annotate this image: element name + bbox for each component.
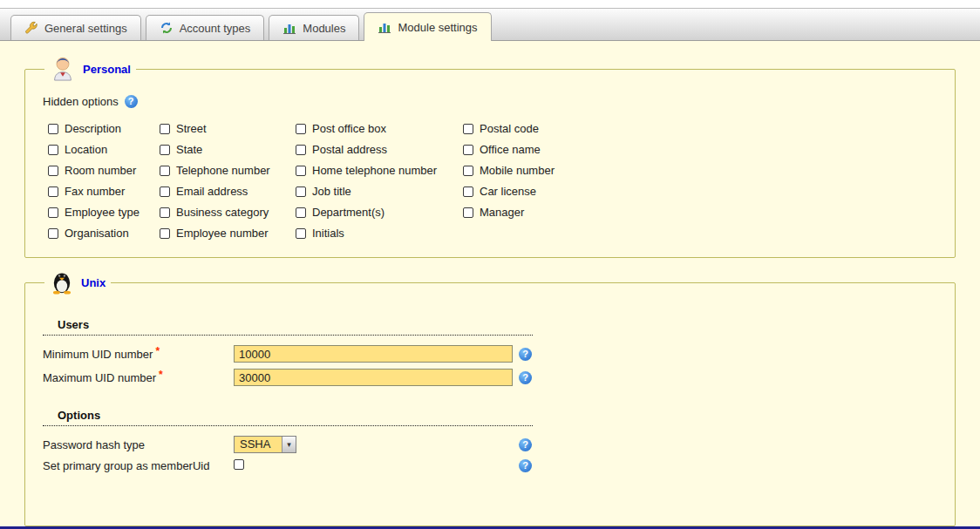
checkbox-option[interactable]: Email address xyxy=(160,185,296,198)
checkbox-label: Business category xyxy=(176,206,269,219)
checkbox[interactable] xyxy=(48,187,58,197)
checkbox[interactable] xyxy=(160,166,170,176)
checkbox[interactable] xyxy=(160,187,170,197)
checkbox-option[interactable]: Home telephone number xyxy=(296,164,463,177)
chevron-down-icon: ▾ xyxy=(282,437,296,452)
checkbox[interactable] xyxy=(296,124,306,134)
checkbox[interactable] xyxy=(296,166,306,176)
unix-title: Unix xyxy=(81,276,105,289)
checkbox-option[interactable]: Employee type xyxy=(48,206,160,219)
help-icon[interactable]: ? xyxy=(519,438,532,451)
lam-settings-page: General settings Account types xyxy=(0,0,980,529)
checkbox[interactable] xyxy=(463,145,473,155)
checkbox[interactable] xyxy=(48,166,58,176)
checkbox-option[interactable]: Fax number xyxy=(48,185,160,198)
checkbox-label: Post office box xyxy=(312,122,386,135)
help-icon[interactable]: ? xyxy=(125,95,138,108)
checkbox-option[interactable]: Manager xyxy=(463,206,937,219)
min-uid-row: Minimum UID number* ? xyxy=(43,345,937,363)
checkbox-option[interactable]: Description xyxy=(48,122,160,135)
checkbox-label: Employee type xyxy=(65,206,140,219)
minimum-uid-input[interactable] xyxy=(234,345,513,363)
checkbox-option[interactable]: Organisation xyxy=(48,227,160,240)
checkbox-label: Car license xyxy=(480,185,536,198)
tab-account-types[interactable]: Account types xyxy=(146,15,265,40)
help-icon[interactable]: ? xyxy=(519,371,532,384)
checkbox-option[interactable]: Telephone number xyxy=(160,164,296,177)
checkbox-option[interactable]: Post office box xyxy=(296,122,463,135)
checkbox-option[interactable]: Initials xyxy=(296,227,463,240)
checkbox-label: Telephone number xyxy=(176,164,270,177)
member-uid-row: Set primary group as memberUid ? xyxy=(43,459,937,472)
checkbox[interactable] xyxy=(296,207,306,218)
help-icon[interactable]: ? xyxy=(519,348,532,361)
max-uid-row: Maximum UID number* ? xyxy=(43,369,937,386)
tux-penguin-icon xyxy=(50,268,74,297)
password-hash-select[interactable]: SSHA ▾ xyxy=(234,436,296,453)
checkbox[interactable] xyxy=(296,228,306,239)
hidden-options-label: Hidden options xyxy=(43,95,119,108)
checkbox[interactable] xyxy=(48,207,58,218)
maximum-uid-input[interactable] xyxy=(234,369,513,386)
checkbox[interactable] xyxy=(48,228,58,239)
checkbox[interactable] xyxy=(296,145,306,155)
checkbox[interactable] xyxy=(296,187,306,197)
checkbox-option[interactable]: State xyxy=(160,143,296,156)
options-section-header: Options xyxy=(43,409,533,426)
help-icon[interactable]: ? xyxy=(519,459,532,472)
checkbox-label: Department(s) xyxy=(312,206,385,219)
checkbox-label: Fax number xyxy=(65,185,125,198)
checkbox-label: Office name xyxy=(480,143,541,156)
checkbox-label: Job title xyxy=(312,185,351,198)
checkbox-option[interactable]: Office name xyxy=(463,143,937,156)
hidden-options-grid: Description Street Post office box Posta… xyxy=(48,122,937,240)
checkbox-option[interactable]: Employee number xyxy=(160,227,296,240)
checkbox-label: Description xyxy=(65,122,121,135)
max-uid-cell xyxy=(234,369,519,386)
checkbox-label: Manager xyxy=(480,206,524,219)
checkbox-label: Room number xyxy=(65,164,136,177)
member-uid-checkbox[interactable] xyxy=(234,459,244,470)
checkbox[interactable] xyxy=(160,145,170,155)
checkbox[interactable] xyxy=(48,145,58,155)
checkbox[interactable] xyxy=(160,207,170,218)
checkbox-option[interactable]: Business category xyxy=(160,206,296,219)
min-uid-label: Minimum UID number* xyxy=(43,348,234,361)
module-settings-icon xyxy=(378,20,391,34)
checkbox-label: Street xyxy=(176,122,207,135)
checkbox[interactable] xyxy=(463,187,473,197)
tab-general-settings[interactable]: General settings xyxy=(10,15,141,40)
personal-legend: Personal xyxy=(44,55,136,84)
tab-label: Modules xyxy=(303,22,345,35)
checkbox-label: Location xyxy=(65,143,107,156)
checkbox[interactable] xyxy=(160,124,170,134)
checkbox-option[interactable]: Car license xyxy=(463,185,937,198)
checkbox-option[interactable]: Mobile number xyxy=(463,164,937,177)
max-uid-label: Maximum UID number* xyxy=(43,371,234,384)
checkbox-option[interactable]: Postal code xyxy=(463,122,937,135)
checkbox[interactable] xyxy=(463,166,473,176)
member-uid-label: Set primary group as memberUid xyxy=(43,459,234,472)
checkbox[interactable] xyxy=(160,228,170,239)
checkbox-label: Email address xyxy=(176,185,248,198)
checkbox-option[interactable]: Department(s) xyxy=(296,206,463,219)
checkbox-option[interactable]: Street xyxy=(160,122,296,135)
settings-content: Personal Hidden options ? Description St… xyxy=(0,41,980,529)
checkbox-label: Home telephone number xyxy=(312,164,437,177)
checkbox-label: State xyxy=(176,143,202,156)
checkbox-label: Mobile number xyxy=(480,164,555,177)
password-hash-row: Password hash type SSHA ▾ ? xyxy=(43,436,937,453)
unix-fieldset: Unix Users Minimum UID number* ? Maximum… xyxy=(24,268,956,526)
checkbox[interactable] xyxy=(463,207,473,218)
checkbox[interactable] xyxy=(463,124,473,134)
tab-label: Module settings xyxy=(398,21,477,34)
checkbox-option[interactable]: Room number xyxy=(48,164,160,177)
checkbox[interactable] xyxy=(48,124,58,134)
tab-modules[interactable]: Modules xyxy=(269,15,359,40)
checkbox-option[interactable]: Job title xyxy=(296,185,463,198)
checkbox-option[interactable]: Location xyxy=(48,143,160,156)
tab-bar: General settings Account types xyxy=(0,8,980,41)
tab-module-settings[interactable]: Module settings xyxy=(364,12,491,41)
checkbox-option[interactable]: Postal address xyxy=(296,143,463,156)
personal-title: Personal xyxy=(83,63,131,76)
